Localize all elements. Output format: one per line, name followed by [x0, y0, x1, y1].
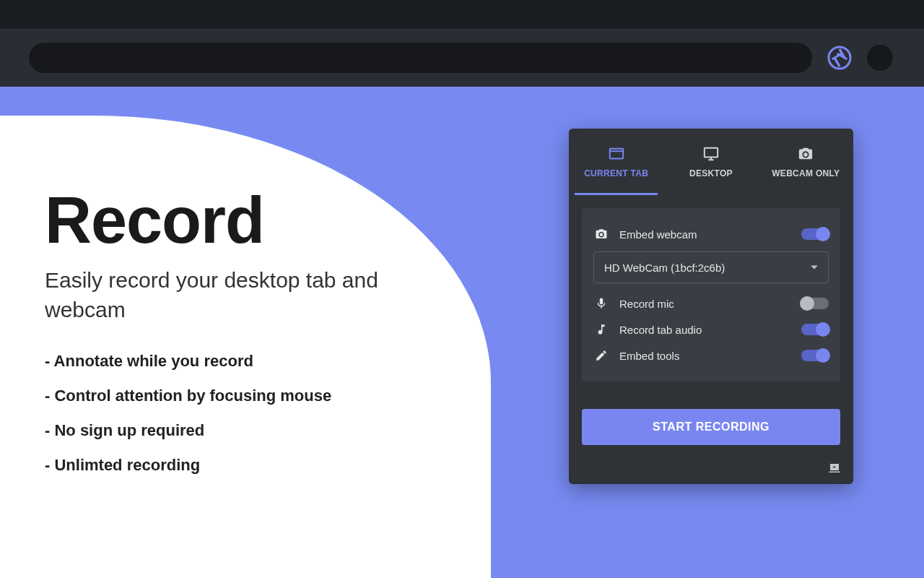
select-value: HD WebCam (1bcf:2c6b) [604, 262, 725, 274]
toggle-embed-tools[interactable] [801, 350, 829, 361]
tab-label: DESKTOP [689, 168, 733, 178]
profile-avatar[interactable] [867, 45, 893, 71]
hero-subtitle: Easily record your desktop tab and webca… [45, 266, 449, 324]
hero-bullet: - Annotate while you record [45, 352, 449, 371]
svg-rect-2 [705, 147, 718, 157]
option-label: Embed tools [619, 350, 679, 362]
desktop-icon [702, 146, 720, 162]
recorder-options: Embed webcam HD WebCam (1bcf:2c6b) Recor… [569, 195, 853, 394]
music-note-icon [593, 323, 609, 336]
hero-bullet: - No sign up required [45, 421, 449, 440]
hero-bullet: - Unlimted recording [45, 456, 449, 475]
url-bar[interactable] [29, 43, 812, 73]
camera-icon [796, 146, 815, 162]
hero-section: Record Easily record your desktop tab an… [0, 87, 924, 578]
toggle-record-tab-audio[interactable] [801, 324, 829, 335]
recorder-popup: CURRENT TAB DESKTOP WEBCAM ONLY Embed we… [569, 129, 853, 484]
option-embed-webcam: Embed webcam [593, 221, 829, 247]
option-label: Record mic [619, 298, 674, 310]
tab-current-tab[interactable]: CURRENT TAB [569, 129, 663, 195]
tab-label: WEBCAM ONLY [772, 168, 840, 178]
hero-content: Record Easily record your desktop tab an… [45, 188, 449, 491]
tab-label: CURRENT TAB [584, 168, 648, 178]
camera-icon [593, 228, 609, 241]
mic-icon [593, 297, 609, 310]
start-recording-button[interactable]: START RECORDING [582, 409, 840, 445]
option-label: Record tab audio [619, 324, 702, 336]
webcam-device-select[interactable]: HD WebCam (1bcf:2c6b) [593, 251, 829, 283]
browser-toolbar [0, 29, 924, 87]
toggle-embed-webcam[interactable] [801, 228, 829, 240]
button-label: START RECORDING [653, 420, 770, 434]
option-embed-tools: Embed tools [593, 342, 829, 368]
browser-tab-strip [0, 0, 924, 29]
extension-aperture-icon[interactable] [827, 45, 853, 71]
option-label: Embed webcam [619, 228, 697, 241]
svg-rect-1 [609, 148, 622, 158]
recorder-tabs: CURRENT TAB DESKTOP WEBCAM ONLY [569, 129, 853, 195]
chevron-down-icon [811, 266, 818, 269]
hero-bullets: - Annotate while you record - Control at… [45, 352, 449, 475]
options-card: Embed webcam HD WebCam (1bcf:2c6b) Recor… [582, 208, 840, 381]
toggle-record-mic[interactable] [801, 298, 829, 309]
pencil-icon [593, 349, 609, 362]
option-record-mic: Record mic [593, 290, 829, 316]
hero-title: Record [45, 188, 449, 253]
tab-desktop[interactable]: DESKTOP [663, 129, 758, 195]
option-record-tab-audio: Record tab audio [593, 316, 829, 342]
hero-bullet: - Control attention by focusing mouse [45, 387, 449, 405]
popup-footer [569, 455, 853, 484]
tab-webcam-only[interactable]: WEBCAM ONLY [759, 129, 853, 195]
tab-icon [607, 146, 626, 162]
video-settings-icon[interactable] [827, 462, 842, 478]
